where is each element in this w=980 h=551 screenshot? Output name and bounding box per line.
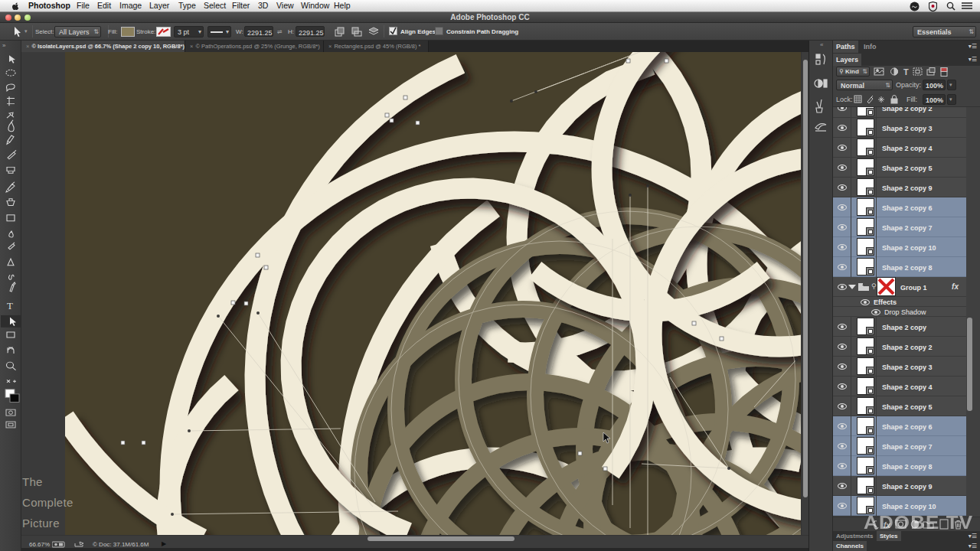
svg-text:T: T: [903, 67, 909, 77]
svg-text:T: T: [7, 302, 13, 311]
